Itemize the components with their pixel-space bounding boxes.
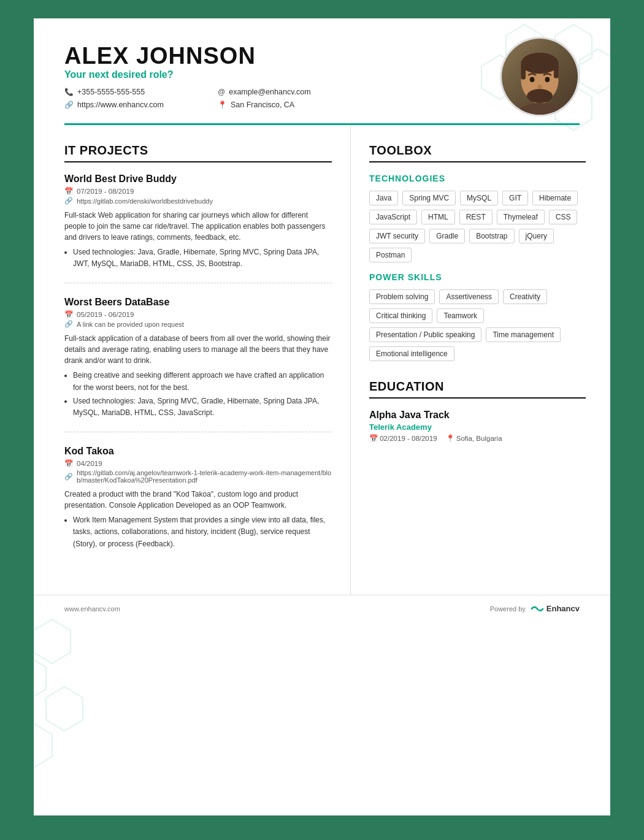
candidate-subtitle: Your next desired role?	[64, 69, 371, 80]
power-skills-tags: Problem solving Assertiveness Creativity…	[369, 289, 586, 361]
tag-rest: REST	[459, 210, 493, 224]
svg-rect-15	[521, 62, 526, 80]
project-link: 🔗 https://gitlab.com/denski/worldbestdri…	[64, 197, 332, 205]
tag-spring-mvc: Spring MVC	[402, 191, 456, 205]
project-bullets: Work Item Management System that provide…	[64, 514, 332, 550]
tag-emotional-intelligence: Emotional intelligence	[369, 346, 454, 361]
calendar-icon: 📅	[369, 435, 378, 442]
project-url: https://gitlab.com/aj.angelov/teamwork-1…	[77, 469, 332, 484]
header-left: ALEX JOHNSON Your next desired role? 📞 +…	[64, 43, 371, 111]
calendar-icon: 📅	[64, 459, 73, 468]
link-icon: 🔗	[64, 197, 73, 205]
location-icon: 📍	[446, 435, 454, 442]
edu-institution: Telerik Academy	[369, 422, 586, 432]
email-icon: @	[218, 88, 225, 96]
bullet-item: Used technologies: Java, Gradle, Hiberna…	[73, 246, 332, 270]
tag-postman: Postman	[369, 248, 412, 262]
svg-marker-8	[46, 687, 83, 731]
project-dates: 📅 05/2019 - 06/2019	[64, 310, 332, 319]
right-column: TOOLBOX TECHNOLOGIES Java Spring MVC MyS…	[351, 125, 610, 595]
project-description: Created a product with the brand "Kod Ta…	[64, 489, 332, 511]
education-section: EDUCATION Alpha Java Track Telerik Acade…	[369, 380, 586, 443]
project-title: Worst Beers DataBase	[64, 297, 332, 308]
education-title: EDUCATION	[369, 380, 586, 399]
project-dates: 📅 07/2019 - 08/2019	[64, 187, 332, 196]
tag-presentation: Presentation / Public speaking	[369, 327, 481, 342]
email-value: example@enhancv.com	[229, 88, 310, 96]
header-meta: 📞 +355-5555-555-555 @ example@enhancv.co…	[64, 88, 371, 111]
brand-name: Enhancv	[546, 604, 580, 613]
tag-git: GIT	[502, 191, 528, 205]
tag-creativity: Creativity	[503, 289, 547, 304]
bullet-item: Being creative and seeking different app…	[73, 370, 332, 393]
footer-website: www.enhancv.com	[64, 605, 120, 613]
project-date-value: 07/2019 - 08/2019	[77, 188, 134, 195]
project-title: World Best Drive Buddy	[64, 174, 332, 185]
project-description: Full-stack application of a database of …	[64, 333, 332, 366]
svg-marker-7	[34, 656, 46, 700]
candidate-name: ALEX JOHNSON	[64, 43, 371, 69]
website-row: 🔗 https://www.enhancv.com	[64, 101, 218, 109]
tag-critical-thinking: Critical thinking	[369, 308, 432, 323]
tag-hibernate: Hibernate	[532, 191, 578, 205]
edu-location-value: Sofia, Bulgaria	[456, 435, 502, 442]
svg-point-11	[510, 103, 569, 116]
edu-dates-value: 02/2019 - 08/2019	[380, 435, 437, 442]
link-icon: 🔗	[64, 473, 73, 481]
link-icon: 🔗	[64, 320, 73, 328]
tag-teamwork: Teamwork	[437, 308, 484, 323]
technologies-subtitle: TECHNOLOGIES	[369, 174, 586, 183]
project-date-value: 05/2019 - 06/2019	[77, 311, 134, 318]
tag-problem-solving: Problem solving	[369, 289, 435, 304]
svg-point-20	[537, 85, 542, 88]
project-link: 🔗 https://gitlab.com/aj.angelov/teamwork…	[64, 469, 332, 484]
email-row: @ example@enhancv.com	[218, 88, 371, 96]
edu-meta: 📅 02/2019 - 08/2019 📍 Sofia, Bulgaria	[369, 434, 586, 443]
location-row: 📍 San Francisco, CA	[218, 101, 371, 109]
svg-point-19	[545, 77, 550, 82]
tag-mysql: MySQL	[460, 191, 498, 205]
svg-marker-9	[34, 724, 52, 768]
technologies-tags: Java Spring MVC MySQL GIT Hibernate Java…	[369, 191, 586, 262]
left-column: IT PROJECTS World Best Drive Buddy 📅 07/…	[34, 125, 351, 595]
toolbox-title: TOOLBOX	[369, 143, 586, 162]
header: ALEX JOHNSON Your next desired role? 📞 +…	[34, 18, 610, 123]
project-bullets: Used technologies: Java, Gradle, Hiberna…	[64, 246, 332, 270]
project-item: Worst Beers DataBase 📅 05/2019 - 06/2019…	[64, 297, 332, 432]
svg-rect-16	[554, 62, 559, 78]
power-skills-subtitle: POWER SKILLS	[369, 272, 586, 282]
tag-thymeleaf: Thymeleaf	[497, 210, 545, 224]
bullet-item: Used technologies: Java, Spring MVC, Gra…	[73, 395, 332, 419]
phone-value: +355-5555-555-555	[77, 88, 145, 96]
svg-marker-6	[34, 619, 71, 663]
tag-jquery: jQuery	[519, 229, 554, 243]
location-value: San Francisco, CA	[231, 101, 294, 109]
calendar-icon: 📅	[64, 187, 73, 196]
footer-brand: Powered by Enhancv	[490, 604, 580, 614]
svg-point-18	[530, 77, 535, 82]
resume-page: ALEX JOHNSON Your next desired role? 📞 +…	[34, 18, 610, 815]
project-item: Kod Takoa 📅 04/2019 🔗 https://gitlab.com…	[64, 446, 332, 563]
tag-time-management: Time management	[486, 327, 561, 342]
page-footer: www.enhancv.com Powered by Enhancv	[34, 595, 610, 622]
it-projects-title: IT PROJECTS	[64, 143, 332, 162]
calendar-icon: 📅	[64, 310, 73, 319]
tag-html: HTML	[421, 210, 455, 224]
tag-assertiveness: Assertiveness	[439, 289, 499, 304]
project-title: Kod Takoa	[64, 446, 332, 457]
link-icon: 🔗	[64, 101, 74, 109]
content-area: IT PROJECTS World Best Drive Buddy 📅 07/…	[34, 125, 610, 595]
tag-css: CSS	[549, 210, 578, 224]
tag-jwt-security: JWT security	[369, 229, 425, 243]
powered-by-label: Powered by	[490, 605, 526, 613]
bullet-item: Work Item Management System that provide…	[73, 514, 332, 550]
edu-degree: Alpha Java Track	[369, 410, 586, 421]
edu-location: 📍 Sofia, Bulgaria	[446, 434, 502, 443]
project-url: A link can be provided upon request	[77, 321, 184, 328]
project-dates: 📅 04/2019	[64, 459, 332, 468]
tag-java: Java	[369, 191, 398, 205]
svg-point-17	[527, 89, 553, 103]
tag-gradle: Gradle	[429, 229, 465, 243]
tag-bootstrap: Bootstrap	[469, 229, 514, 243]
phone-row: 📞 +355-5555-555-555	[64, 88, 218, 96]
